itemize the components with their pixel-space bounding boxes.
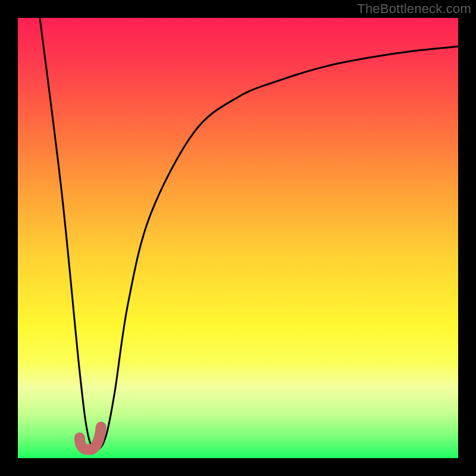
bottleneck-curve <box>40 18 458 449</box>
curve-layer <box>18 18 458 458</box>
optimal-point-marker <box>80 427 101 450</box>
chart-container: TheBottleneck.com <box>0 0 476 476</box>
watermark-text: TheBottleneck.com <box>357 1 471 17</box>
plot-area <box>18 18 458 458</box>
